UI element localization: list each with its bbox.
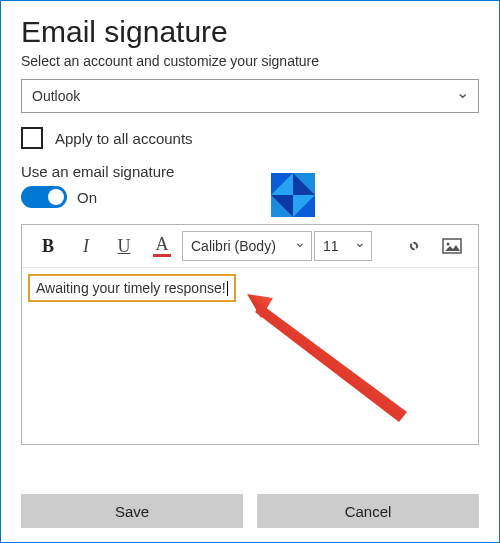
use-signature-label: Use an email signature xyxy=(21,163,479,180)
app-logo-icon xyxy=(271,173,315,217)
signature-text-selection: Awaiting your timely response! xyxy=(28,274,236,302)
account-select[interactable]: Outlook xyxy=(21,79,479,113)
page-title: Email signature xyxy=(21,15,479,49)
italic-button[interactable]: I xyxy=(68,231,104,261)
svg-marker-2 xyxy=(247,294,273,318)
font-family-select[interactable]: Calibri (Body) xyxy=(182,231,312,261)
svg-marker-3 xyxy=(255,304,407,422)
signature-editor: B I U A Calibri (Body) 11 xyxy=(21,224,479,445)
image-icon xyxy=(442,238,462,254)
font-size-select[interactable]: 11 xyxy=(314,231,372,261)
editor-toolbar: B I U A Calibri (Body) 11 xyxy=(22,225,478,268)
signature-toggle[interactable] xyxy=(21,186,67,208)
link-button[interactable] xyxy=(396,231,432,261)
svg-point-1 xyxy=(447,243,450,246)
toggle-state-label: On xyxy=(77,189,97,206)
annotation-arrow xyxy=(247,294,417,424)
image-button[interactable] xyxy=(434,231,470,261)
underline-button[interactable]: U xyxy=(106,231,142,261)
link-icon xyxy=(404,239,424,253)
editor-textarea[interactable]: Awaiting your timely response! xyxy=(22,268,478,444)
apply-all-label: Apply to all accounts xyxy=(55,130,193,147)
save-button[interactable]: Save xyxy=(21,494,243,528)
page-subtitle: Select an account and customize your sig… xyxy=(21,53,479,69)
font-color-button[interactable]: A xyxy=(144,231,180,261)
cancel-button[interactable]: Cancel xyxy=(257,494,479,528)
apply-all-checkbox[interactable] xyxy=(21,127,43,149)
bold-button[interactable]: B xyxy=(30,231,66,261)
